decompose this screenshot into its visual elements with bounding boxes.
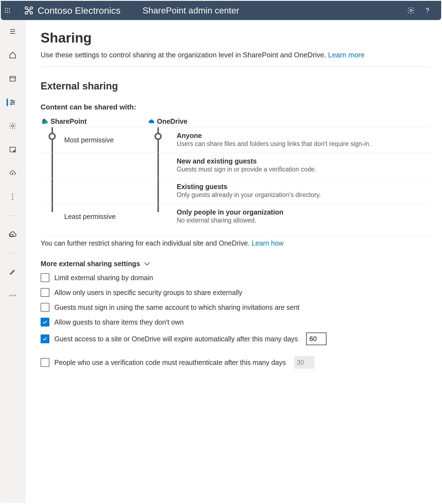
level-new-existing-sub: Guests must sign in or provide a verific…: [177, 166, 431, 173]
svg-point-13: [410, 9, 412, 12]
further-restrict-text: You can further restrict sharing for eac…: [41, 236, 431, 247]
setting-guest-expire: Guest access to a site or OneDrive will …: [41, 333, 431, 345]
level-existing-sub: Only guests already in your organization…: [177, 191, 431, 199]
learn-how-link[interactable]: Learn how: [252, 239, 284, 247]
chevron-down-icon: [144, 262, 150, 266]
sharing-level-table: Most permissive Anyone Users can share f…: [41, 127, 431, 229]
level-anyone-title: Anyone: [177, 132, 431, 140]
checkbox-guests-share[interactable]: [41, 318, 49, 326]
svg-point-3: [5, 10, 6, 11]
left-rail: [0, 20, 25, 503]
reauth-days-input: [294, 356, 314, 369]
brand-logo-icon: [24, 5, 34, 15]
sharepoint-icon: S: [42, 118, 48, 125]
level-anyone-sub: Users can share files and folders using …: [177, 140, 431, 148]
level-existing-title: Existing guests: [177, 183, 431, 191]
sharepoint-slider-handle[interactable]: [49, 133, 56, 140]
rail-home-icon[interactable]: [6, 50, 19, 60]
setting-security-groups: Allow only users in specific security gr…: [41, 288, 431, 297]
onedrive-icon: [148, 119, 155, 124]
settings-icon[interactable]: [403, 6, 419, 15]
least-permissive-label: Least permissive: [64, 204, 147, 229]
help-icon[interactable]: [419, 6, 436, 15]
rail-hybrid-icon[interactable]: [6, 229, 19, 239]
divider: [41, 66, 431, 67]
rail-divider: [7, 253, 18, 253]
brand-name: Contoso Electronics: [38, 5, 120, 16]
setting-limit-by-domain: Limit external sharing by domain: [41, 273, 431, 282]
level-new-existing-title: New and existing guests: [177, 157, 431, 165]
rail-divider: [7, 215, 18, 216]
product-onedrive: OneDrive: [148, 117, 187, 125]
rail-migration-icon[interactable]: [6, 168, 19, 178]
svg-point-8: [9, 12, 10, 13]
svg-point-31: [12, 199, 13, 200]
rail-overflow-icon[interactable]: [6, 291, 19, 300]
svg-point-33: [10, 295, 11, 296]
guest-expire-days-input[interactable]: [306, 333, 326, 345]
svg-point-35: [15, 295, 16, 296]
svg-point-25: [10, 103, 12, 105]
svg-point-14: [427, 13, 428, 13]
rail-policies-icon[interactable]: [6, 97, 19, 107]
more-settings-list: Limit external sharing by domain Allow o…: [41, 273, 431, 369]
level-org-only-title: Only people in your organization: [177, 208, 431, 216]
svg-point-32: [10, 235, 14, 236]
rail-more-icon[interactable]: [6, 192, 19, 202]
svg-point-2: [9, 8, 10, 9]
section-external-sharing-title: External sharing: [41, 80, 431, 92]
setting-same-account: Guests must sign in using the same accou…: [41, 303, 431, 312]
rail-sites-icon[interactable]: [6, 74, 19, 84]
checkbox-reauth-days[interactable]: [41, 358, 49, 367]
app-name: SharePoint admin center: [142, 5, 239, 16]
setting-guests-share: Allow guests to share items they don't o…: [41, 318, 431, 326]
checkbox-limit-by-domain[interactable]: [41, 273, 49, 282]
rail-content-services-icon[interactable]: [6, 145, 19, 154]
most-permissive-label: Most permissive: [64, 127, 147, 153]
checkbox-security-groups[interactable]: [41, 288, 49, 297]
svg-text:S: S: [43, 121, 44, 123]
svg-point-4: [7, 10, 8, 11]
svg-point-23: [13, 102, 14, 103]
svg-point-21: [11, 100, 12, 101]
setting-reauth-days: People who use a verification code must …: [41, 356, 431, 369]
app-launcher-icon[interactable]: [1, 1, 14, 20]
main-content: Sharing Use these settings to control sh…: [25, 20, 442, 503]
product-header-row: S SharePoint OneDrive: [41, 117, 431, 127]
rail-hamburger-icon[interactable]: [6, 27, 19, 36]
brand: Contoso Electronics: [24, 5, 120, 16]
level-org-only-sub: No external sharing allowed.: [177, 217, 431, 224]
content-shared-with-label: Content can be shared with:: [41, 103, 431, 111]
svg-point-26: [12, 125, 13, 127]
page-title: Sharing: [41, 30, 431, 46]
rail-customize-icon[interactable]: [6, 267, 19, 277]
svg-rect-18: [10, 76, 15, 81]
svg-point-1: [7, 8, 8, 9]
rail-settings-icon[interactable]: [6, 121, 19, 131]
svg-point-29: [12, 194, 13, 195]
svg-point-7: [7, 12, 8, 13]
learn-more-link[interactable]: Learn more: [328, 51, 365, 59]
onedrive-slider-handle[interactable]: [154, 133, 162, 140]
topbar: Contoso Electronics SharePoint admin cen…: [1, 1, 441, 20]
svg-point-5: [9, 10, 10, 11]
svg-point-34: [12, 295, 13, 296]
page-description: Use these settings to control sharing at…: [41, 51, 431, 59]
svg-point-0: [5, 8, 6, 9]
product-sharepoint: S SharePoint: [42, 117, 146, 125]
checkbox-guest-expire[interactable]: [41, 334, 49, 343]
more-external-sharing-expander[interactable]: More external sharing settings: [41, 260, 431, 268]
checkbox-same-account[interactable]: [41, 303, 49, 312]
svg-point-30: [12, 196, 13, 197]
svg-point-6: [5, 12, 6, 13]
